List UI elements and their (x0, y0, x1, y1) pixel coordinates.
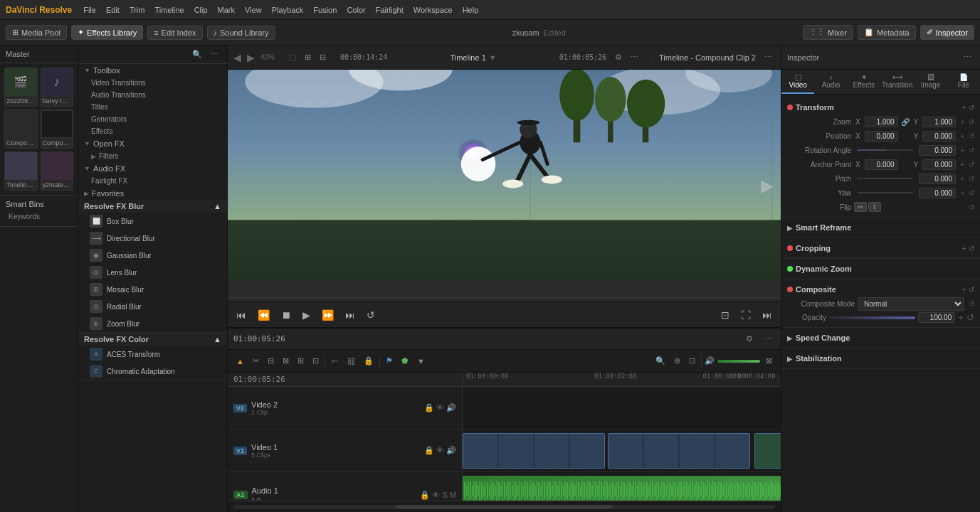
transform-keyframe-btn[interactable]: ↺ (969, 104, 974, 112)
media-thumb-6[interactable]: y2mate.co... (41, 151, 74, 191)
menu-file[interactable]: File (83, 6, 96, 14)
audio-settings-btn[interactable]: ⊠ (763, 355, 775, 367)
fx-box-blur[interactable]: ⬜ Box Blur (78, 213, 227, 230)
s-icon-a1[interactable]: S (442, 491, 447, 500)
tl-settings-btn[interactable]: ⚙ (743, 333, 756, 345)
flip-v-btn[interactable]: ⇕ (868, 202, 881, 212)
tab-image[interactable]: 🖼 Image (914, 70, 947, 94)
dynamic-zoom-header[interactable]: Dynamic Zoom (781, 262, 980, 276)
v1-clip-3[interactable]: 20220... (754, 433, 781, 469)
effects-item[interactable]: Effects (78, 125, 227, 137)
flip-undo[interactable]: ↺ (969, 203, 974, 211)
composite-mode-undo[interactable]: ↺ (969, 300, 974, 308)
track-select-btn[interactable]: ⊟ (265, 355, 277, 367)
inspector-more-options[interactable]: ⋯ (961, 51, 974, 63)
pos-reset[interactable]: + (960, 132, 964, 140)
menu-trim[interactable]: Trim (130, 6, 145, 14)
yaw-reset[interactable]: + (960, 189, 964, 197)
rotation-value[interactable]: 0.000 (919, 145, 956, 156)
next-panel-icon[interactable]: ▶ (247, 52, 255, 63)
dropdown-arrow-icon[interactable]: ▼ (489, 53, 497, 62)
menu-mark[interactable]: Mark (218, 6, 235, 14)
fx-chromatic-adaptation[interactable]: C Chromatic Adaptation (78, 363, 227, 380)
resolve-fx-color-header[interactable]: Resolve FX Color ▲ (78, 333, 227, 346)
prev-panel-icon[interactable]: ◀ (233, 52, 241, 63)
m-icon-a1[interactable]: M (450, 491, 456, 500)
slice-btn[interactable]: ⊞ (295, 355, 307, 367)
open-fx-item[interactable]: ▼ Open FX (78, 137, 227, 150)
color-marker-down-btn[interactable]: ▼ (414, 356, 428, 367)
prev-frame-btn[interactable]: ⏪ (255, 308, 273, 322)
speed-change-header[interactable]: ▶ Speed Change (781, 331, 980, 345)
menu-playback[interactable]: Playback (272, 6, 304, 14)
anchor-y-value[interactable]: 0.000 (922, 159, 956, 170)
pitch-reset[interactable]: + (960, 175, 964, 183)
menu-edit[interactable]: Edit (106, 6, 120, 14)
skip-start-btn[interactable]: ⏮ (233, 308, 249, 322)
zoom-fit-btn[interactable]: ⊡ (686, 355, 698, 367)
media-thumb-3[interactable]: Compound... (4, 110, 38, 149)
keywords-item[interactable]: Keywords (6, 211, 72, 222)
composite-header[interactable]: Composite + ↺ (781, 282, 980, 297)
loop-btn[interactable]: ↺ (364, 308, 378, 322)
opacity-reset[interactable]: + (958, 312, 964, 323)
composite-undo[interactable]: ↺ (969, 286, 974, 294)
anchor-undo[interactable]: ↺ (969, 161, 974, 169)
audio-btn[interactable]: ⏭ (759, 308, 775, 322)
smooth-btn[interactable]: ⟜ (328, 355, 342, 367)
tab-file[interactable]: 📄 File (947, 70, 980, 94)
metadata-button[interactable]: 📋 Metadata (858, 25, 916, 40)
lock-icon-v2[interactable]: 🔒 (424, 403, 434, 412)
menu-timeline[interactable]: Timeline (154, 6, 184, 14)
yaw-value[interactable]: 0.000 (919, 188, 956, 198)
menu-clip[interactable]: Clip (194, 6, 208, 14)
fullscreen-btn[interactable]: ⛶ (738, 308, 754, 322)
yaw-slider[interactable] (857, 192, 913, 193)
effects-library-button[interactable]: ✦ Effects Library (71, 25, 143, 40)
video-transitions-item[interactable]: Video Transitions (78, 77, 227, 89)
composite-reset[interactable]: + (961, 286, 966, 294)
v1-clip-2[interactable]: 20220928_155943A.mp4 (608, 433, 750, 469)
audio-icon-v1[interactable]: 🔊 (446, 446, 456, 455)
skip-end-btn[interactable]: ⏭ (342, 308, 358, 322)
media-thumb-4[interactable]: Compound... (41, 110, 74, 149)
v1-clip-1[interactable]: 20220928_155943A.mp4 (463, 433, 605, 469)
scroll-thumb[interactable] (396, 505, 612, 509)
scroll-track[interactable] (233, 505, 775, 509)
favorites-item[interactable]: ▶ Favorites (78, 187, 227, 200)
tab-transition[interactable]: ⟷ Transition (880, 70, 915, 94)
fx-gaussian-blur[interactable]: ◉ Gaussian Blur (78, 247, 227, 264)
fx-zoom-blur[interactable]: ⊕ Zoom Blur (78, 315, 227, 332)
menu-help[interactable]: Help (463, 6, 479, 14)
toolbox-item[interactable]: ▼ Toolbox (78, 64, 227, 77)
fx-directional-blur[interactable]: ⟶ Directional Blur (78, 230, 227, 247)
transform-reset-btn[interactable]: + (961, 104, 966, 112)
audio-transitions-item[interactable]: Audio Transitions (78, 89, 227, 101)
play-btn[interactable]: ▶ (300, 308, 313, 322)
audio-icon-v2[interactable]: 🔊 (446, 403, 456, 412)
effects-search-icon[interactable]: 🔍 (189, 48, 205, 60)
view-btn-2[interactable]: ⊞ (302, 51, 314, 63)
stop-btn[interactable]: ⏹ (278, 308, 294, 322)
snip-btn[interactable]: ✂ (250, 355, 262, 367)
edit-index-button[interactable]: ≡ Edit Index (147, 26, 202, 40)
cropping-header[interactable]: Cropping + ↺ (781, 241, 980, 255)
mixer-button[interactable]: ⋮⋮ Mixer (803, 25, 853, 40)
preview-more-btn[interactable]: ⋯ (628, 51, 641, 63)
lock-btn[interactable]: 🔒 (361, 355, 376, 367)
marker-btn[interactable]: ⚑ (383, 355, 396, 367)
inspector-more-btn[interactable]: ⋯ (762, 51, 775, 63)
volume-slider[interactable] (717, 360, 760, 363)
tab-effects[interactable]: ✦ Effects (848, 70, 880, 94)
zoom-undo[interactable]: ↺ (969, 118, 974, 126)
link-btn[interactable]: ⛓ (344, 356, 358, 367)
menu-view[interactable]: View (245, 6, 262, 14)
tl-more-btn[interactable]: ⋯ (762, 333, 775, 345)
media-thumb-5[interactable]: Timeline 1 (4, 151, 38, 191)
media-thumb-2[interactable]: ♪ barvy read... (41, 68, 74, 107)
zoom-y-value[interactable]: 1.000 (922, 117, 956, 127)
media-thumb-1[interactable]: 🎬 20220928_1... (4, 68, 38, 107)
cropping-reset[interactable]: + (961, 245, 966, 252)
lock-icon-a1[interactable]: 🔒 (420, 491, 430, 500)
fit-btn[interactable]: ⊡ (718, 308, 732, 322)
